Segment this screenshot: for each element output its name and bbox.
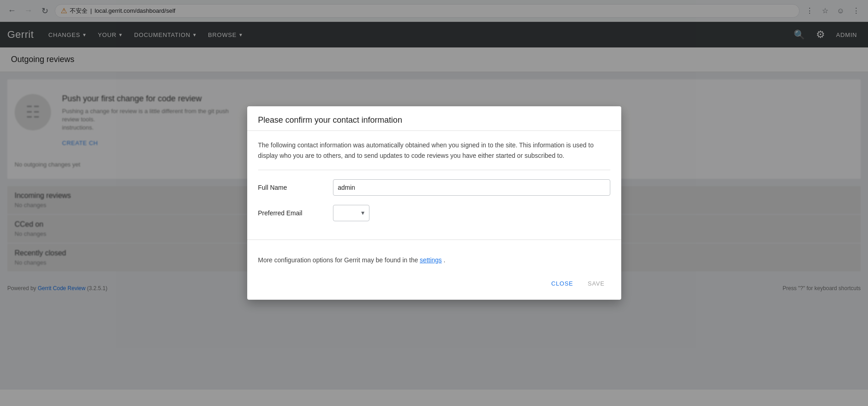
- modal-actions: CLOSE SAVE: [247, 273, 621, 300]
- modal-description: The following contact information was au…: [258, 140, 610, 161]
- modal-title: Please confirm your contact information: [258, 115, 610, 125]
- modal-settings-section: More configuration options for Gerrit ma…: [247, 240, 621, 273]
- full-name-label: Full Name: [258, 184, 322, 191]
- modal-settings-text: More configuration options for Gerrit ma…: [258, 249, 610, 273]
- settings-link[interactable]: settings: [420, 256, 442, 264]
- preferred-email-row: Preferred Email ▼: [258, 205, 610, 221]
- modal-body: The following contact information was au…: [247, 131, 621, 239]
- preferred-email-label: Preferred Email: [258, 209, 322, 217]
- preferred-email-select-wrapper: ▼: [333, 205, 369, 221]
- modal-overlay: Please confirm your contact information …: [0, 0, 868, 390]
- full-name-input[interactable]: [333, 179, 610, 196]
- modal-dialog: Please confirm your contact information …: [247, 106, 621, 300]
- save-button[interactable]: SAVE: [582, 276, 610, 291]
- close-button[interactable]: CLOSE: [546, 276, 579, 291]
- modal-form-divider: [258, 170, 610, 170]
- full-name-row: Full Name: [258, 179, 610, 196]
- preferred-email-select[interactable]: [333, 205, 369, 221]
- modal-header: Please confirm your contact information: [247, 106, 621, 130]
